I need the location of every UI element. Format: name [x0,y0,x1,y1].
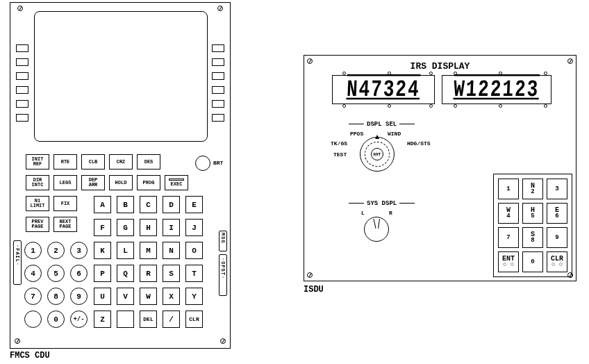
lkey-L[interactable]: L [117,242,134,259]
isdu-title: IRS DISPLAY [304,61,576,72]
nkey-5[interactable]: 5 [47,265,65,282]
lkey-V[interactable]: V [117,288,134,305]
fn-DIR-INTC[interactable]: DIRINTC [26,175,49,190]
lkey-R[interactable]: R [140,265,157,282]
lsk-right-column [212,44,224,122]
fn-PREV
PAGE[interactable]: PREVPAGE [26,217,49,232]
nkey-8[interactable]: 8 [47,288,65,305]
fn-LEGS[interactable]: LEGS [53,175,77,190]
brt-knob[interactable] [195,156,210,171]
lkey-C[interactable]: C [140,196,157,213]
keypad-ENT[interactable]: ENT○ ○ [498,251,519,272]
lkey-U[interactable]: U [94,288,111,305]
lkey-D[interactable]: D [163,196,180,213]
lkey-I[interactable]: I [163,219,180,236]
keypad-H[interactable]: H5 [522,203,543,224]
fn-PROG[interactable]: PROG [137,175,160,190]
lkey-Q[interactable]: Q [117,265,134,282]
keypad-3[interactable]: 3 [547,179,567,199]
fn-DEP-ARR[interactable]: DEPARR [81,175,105,190]
lkey-E[interactable]: E [185,196,203,213]
lkey-P[interactable]: P [94,265,111,282]
fn-DES[interactable]: DES [137,154,160,169]
lkey-Y[interactable]: Y [185,288,203,305]
nkey-7[interactable]: 7 [24,288,42,305]
fn-row-2: DIRINTCLEGSDEPARRHOLDPROG EXEC [26,175,188,190]
lkey-A[interactable]: A [94,196,111,213]
isdu-caption: ISDU [304,285,324,295]
nkey-+/-[interactable]: +/- [70,311,88,328]
lsk-l5[interactable] [16,100,28,108]
keypad-7[interactable]: 7 [498,227,519,248]
lkey-M[interactable]: M [140,242,157,259]
lsk-r5[interactable] [212,100,224,108]
cdu-display-screen [34,11,208,142]
lkey-CLR[interactable]: CLR [185,311,203,328]
keypad-E[interactable]: E6 [547,203,567,224]
lkey-/[interactable]: / [163,311,180,328]
letter-row-5: UVWXY [94,288,203,305]
sys-dspl-knob[interactable] [364,217,389,242]
fn-N1
LIMIT[interactable]: N1LIMIT [26,196,49,211]
dspl-sel-rotary[interactable]: BRT [360,137,395,172]
lkey-Z[interactable]: Z [94,311,111,328]
lsk-l3[interactable] [16,72,28,80]
nkey-2[interactable]: 2 [47,242,65,259]
keypad-N[interactable]: N2 [522,179,543,199]
isdu-panel: IRS DISPLAY N47324 W122123 DSPL SEL PPOS… [304,55,576,281]
lkey-H[interactable]: H [140,219,157,236]
lkey-T[interactable]: T [185,265,203,282]
keypad-S[interactable]: S8 [522,227,543,248]
num-row-1: 123 [24,242,88,259]
keypad-9[interactable]: 9 [547,227,567,248]
lkey-F[interactable]: F [94,219,111,236]
brt-label: BRT [213,160,223,166]
fn-NEXT
PAGE[interactable]: NEXTPAGE [53,217,77,232]
nkey-0[interactable]: 0 [47,311,65,328]
lsk-r4[interactable] [212,86,224,94]
num-row-2: 456 [24,265,88,282]
keypad-W[interactable]: W4 [498,203,519,224]
nkey-9[interactable]: 9 [70,288,88,305]
fn-row-3: N1LIMITFIX [26,196,77,211]
lkey-G[interactable]: G [117,219,134,236]
nkey-3[interactable]: 3 [70,242,88,259]
lkey-J[interactable]: J [185,219,203,236]
fn-row-1: INITREFRTECLBCRZDES [26,154,160,169]
letter-row-6: ZDEL/CLR [94,311,203,328]
nkey-6[interactable]: 6 [70,265,88,282]
nkey-1[interactable]: 1 [24,242,42,259]
lkey-DEL[interactable]: DEL [140,311,157,328]
fn-RTE[interactable]: RTE [53,154,77,169]
nkey-blank[interactable] [24,311,42,328]
lsk-r6[interactable] [212,114,224,122]
lsk-r2[interactable] [212,58,224,66]
lsk-l2[interactable] [16,58,28,66]
lkey-N[interactable]: N [163,242,180,259]
lkey-O[interactable]: O [185,242,203,259]
lkey-K[interactable]: K [94,242,111,259]
nkey-4[interactable]: 4 [24,265,42,282]
keypad-CLR[interactable]: CLR○ ○ [547,251,567,272]
lsk-l4[interactable] [16,86,28,94]
keypad-1[interactable]: 1 [498,179,519,199]
lsk-l6[interactable] [16,114,28,122]
lkey-X[interactable]: X [163,288,180,305]
letter-row-3: KLMNO [94,242,203,259]
lkey-blank[interactable] [117,311,134,328]
lsk-r3[interactable] [212,72,224,80]
lsk-r1[interactable] [212,44,224,52]
letter-row-2: FGHIJ [94,219,203,236]
lkey-B[interactable]: B [117,196,134,213]
lkey-S[interactable]: S [163,265,180,282]
keypad-0[interactable]: 0 [522,251,543,272]
fn-CRZ[interactable]: CRZ [109,154,133,169]
fn-CLB[interactable]: CLB [81,154,105,169]
fn-HOLD[interactable]: HOLD [109,175,133,190]
exec-key[interactable]: EXEC [165,175,188,190]
fn-INIT
REF[interactable]: INITREF [26,154,49,169]
letter-row-4: PQRST [94,265,203,282]
lsk-l1[interactable] [16,44,28,52]
fn-FIX[interactable]: FIX [53,196,77,211]
lkey-W[interactable]: W [140,288,157,305]
